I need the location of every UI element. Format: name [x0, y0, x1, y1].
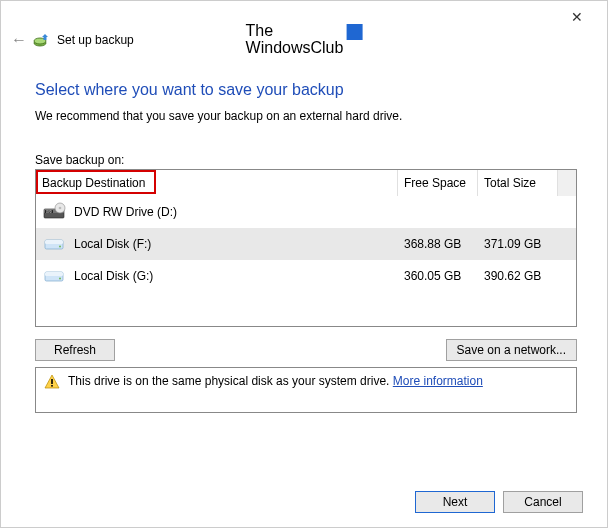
drive-row[interactable]: Local Disk (F:)368.88 GB371.09 GB — [36, 228, 576, 260]
setup-backup-window: ✕ ← Set up backup The WindowsClub Select… — [0, 0, 608, 528]
drive-header: Backup Destination Free Space Total Size — [36, 170, 576, 196]
close-button[interactable]: ✕ — [557, 5, 597, 29]
close-icon: ✕ — [571, 9, 583, 25]
warning-icon — [44, 374, 60, 393]
drive-row[interactable]: DVDDVD RW Drive (D:) — [36, 196, 576, 228]
dvd-drive-icon: DVD — [36, 202, 72, 222]
watermark-square-icon — [346, 24, 362, 40]
disk-drive-icon — [36, 234, 72, 254]
footer: Next Cancel — [415, 491, 583, 513]
cancel-button[interactable]: Cancel — [503, 491, 583, 513]
save-on-label: Save backup on: — [35, 153, 577, 167]
svg-point-10 — [59, 246, 61, 248]
drive-free-space: 360.05 GB — [398, 269, 478, 283]
titlebar: ✕ ← Set up backup The WindowsClub — [1, 1, 607, 45]
svg-rect-12 — [45, 272, 63, 276]
window-title: Set up backup — [57, 33, 134, 47]
drive-total-size: 390.62 GB — [478, 269, 558, 283]
column-free-space[interactable]: Free Space — [398, 170, 478, 196]
back-button[interactable]: ← — [11, 32, 27, 48]
svg-text:DVD: DVD — [46, 210, 52, 214]
watermark-line1: The — [246, 23, 274, 40]
warning-message: This drive is on the same physical disk … — [68, 374, 393, 388]
scrollbar-header — [558, 170, 576, 196]
drive-table: Backup Destination Free Space Total Size… — [35, 169, 577, 327]
watermark-line2: WindowsClub — [246, 40, 344, 57]
action-row: Refresh Save on a network... — [35, 339, 577, 361]
next-button[interactable]: Next — [415, 491, 495, 513]
drive-rows: DVDDVD RW Drive (D:)Local Disk (F:)368.8… — [36, 196, 576, 326]
svg-rect-15 — [51, 385, 53, 387]
nav-area: ← Set up backup — [11, 31, 134, 49]
warning-box: This drive is on the same physical disk … — [35, 367, 577, 413]
drive-free-space: 368.88 GB — [398, 237, 478, 251]
backup-icon — [33, 31, 51, 49]
recommend-text: We recommend that you save your backup o… — [35, 109, 577, 123]
save-on-network-button[interactable]: Save on a network... — [446, 339, 577, 361]
svg-rect-9 — [45, 240, 63, 244]
warning-text: This drive is on the same physical disk … — [68, 374, 483, 388]
page-heading: Select where you want to save your backu… — [35, 81, 577, 99]
column-destination[interactable]: Backup Destination — [36, 170, 398, 196]
drive-row[interactable]: Local Disk (G:)360.05 GB390.62 GB — [36, 260, 576, 292]
drive-name: Local Disk (F:) — [72, 237, 398, 251]
more-information-link[interactable]: More information — [393, 374, 483, 388]
column-destination-label: Backup Destination — [42, 176, 145, 190]
svg-rect-14 — [51, 379, 53, 384]
body: Select where you want to save your backu… — [35, 81, 577, 413]
refresh-button[interactable]: Refresh — [35, 339, 115, 361]
svg-point-13 — [59, 278, 61, 280]
drive-total-size: 371.09 GB — [478, 237, 558, 251]
drive-name: DVD RW Drive (D:) — [72, 205, 398, 219]
drive-name: Local Disk (G:) — [72, 269, 398, 283]
watermark: The WindowsClub — [246, 23, 363, 57]
disk-drive-icon — [36, 266, 72, 286]
svg-point-5 — [59, 207, 62, 210]
column-total-size[interactable]: Total Size — [478, 170, 558, 196]
column-free-space-label: Free Space — [404, 176, 466, 190]
column-total-size-label: Total Size — [484, 176, 536, 190]
